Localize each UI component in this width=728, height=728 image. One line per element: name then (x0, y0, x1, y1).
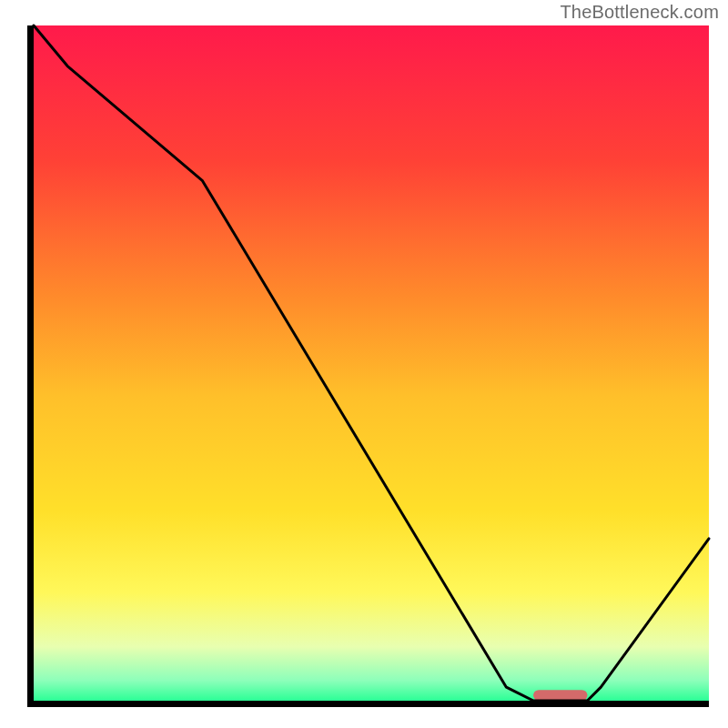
y-axis (27, 25, 34, 707)
bottleneck-chart (0, 0, 728, 728)
chart-container: TheBottleneck.com (0, 0, 728, 728)
x-axis (27, 701, 709, 707)
optimal-marker (533, 690, 587, 701)
plot-background (34, 25, 709, 701)
watermark-text: TheBottleneck.com (560, 2, 719, 23)
